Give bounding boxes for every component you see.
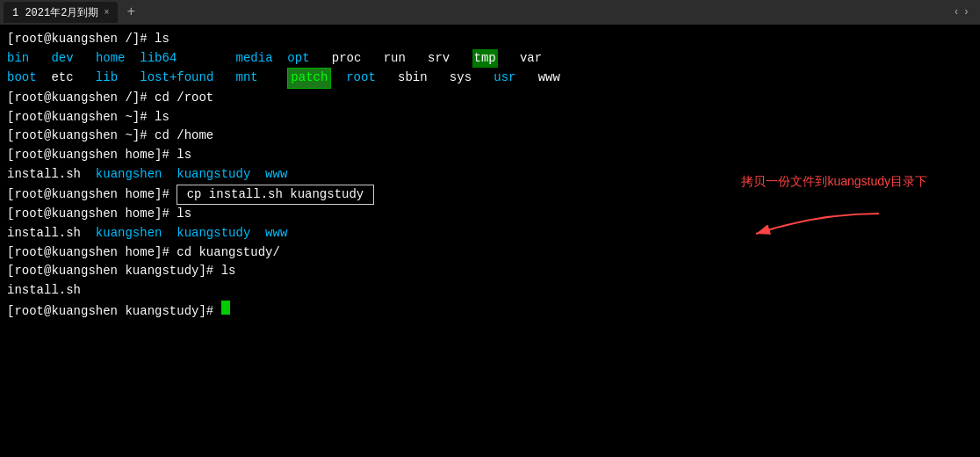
home-ls-output: install.sh kuangshen kuangstudy www [7, 165, 973, 185]
line-ls-tilde: [root@kuangshen ~]# ls [7, 108, 973, 127]
home-ls-output2: install.sh kuangshen kuangstudy www [7, 224, 973, 243]
nav-arrows: ‹ › [954, 6, 976, 18]
ls-output-row1: bin dev home lib64 media opt proc run sr… [7, 49, 973, 69]
tab-add-button[interactable]: + [121, 4, 141, 20]
line-1: [root@kuangshen /]# ls [7, 30, 973, 49]
line-cp: [root@kuangshen home]# cp install.sh kua… [7, 185, 973, 206]
kuangstudy-ls-output: install.sh [7, 281, 973, 301]
line-cd-home: [root@kuangshen ~]# cd /home [7, 127, 973, 146]
terminal[interactable]: [root@kuangshen /]# ls bin dev home lib6… [0, 25, 980, 457]
tab-close-icon[interactable]: × [104, 8, 109, 18]
line-ls-kuangstudy: [root@kuangshen kuangstudy]# ls [7, 262, 973, 281]
nav-left-icon[interactable]: ‹ [954, 6, 960, 18]
line-ls-home2: [root@kuangshen home]# ls [7, 205, 973, 224]
line-cd-kuangstudy: [root@kuangshen home]# cd kuangstudy/ [7, 243, 973, 263]
tab[interactable]: 1 2021年2月到期 × [4, 2, 118, 23]
ls-output-row2: boot etc lib lost+found mnt patch root s… [7, 68, 973, 89]
tab-label: 1 2021年2月到期 [12, 5, 98, 20]
line-ls-home: [root@kuangshen home]# ls [7, 146, 973, 165]
cursor [221, 301, 230, 315]
line-final: [root@kuangshen kuangstudy]# [7, 301, 973, 322]
line-cd-root: [root@kuangshen /]# cd /root [7, 89, 973, 108]
nav-right-icon[interactable]: › [963, 6, 969, 18]
title-bar: 1 2021年2月到期 × + ‹ › [0, 0, 980, 25]
